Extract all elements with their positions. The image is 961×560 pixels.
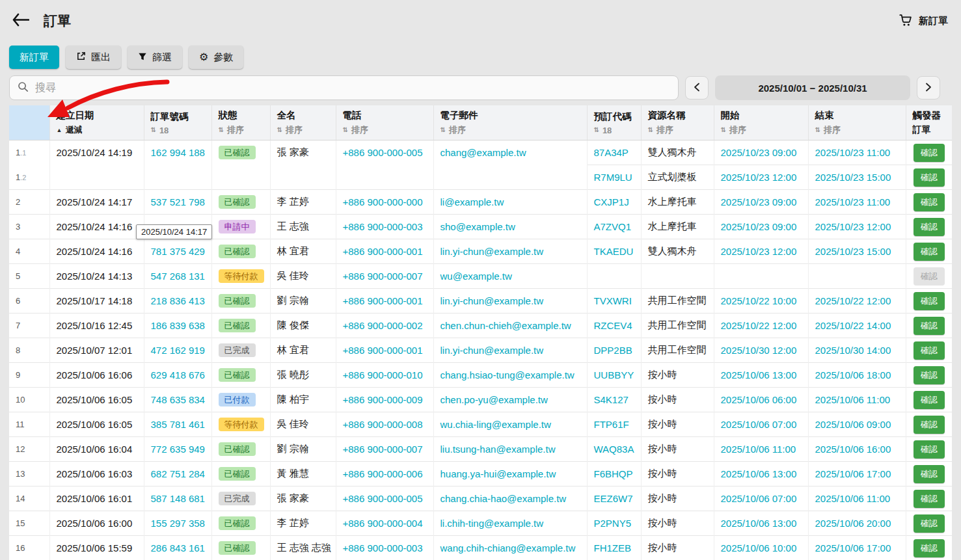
email-link[interactable]: liu.tsung-han@example.tw: [440, 444, 556, 455]
booking-code-link[interactable]: S4K127: [594, 394, 629, 405]
column-sort-control[interactable]: ⇅ 排序: [815, 124, 899, 136]
back-button[interactable]: [12, 13, 29, 29]
email-link[interactable]: li.chih-ting@example.tw: [440, 518, 544, 529]
table-row[interactable]: 4 2025/10/24 14:16 781 375 429 已確認 林 宜君 …: [9, 239, 952, 264]
order-number-link[interactable]: 748 635 834: [151, 394, 205, 405]
confirm-button[interactable]: 確認: [914, 366, 945, 384]
confirm-button[interactable]: 確認: [914, 416, 945, 434]
table-row[interactable]: 9 2025/10/06 16:06 629 418 676 已確認 張 曉彤 …: [9, 363, 952, 388]
booking-code-link[interactable]: FTP61F: [594, 419, 629, 430]
start-time-link[interactable]: 2025/10/22 12:00: [721, 320, 797, 331]
phone-link[interactable]: +886 900-000-007: [343, 271, 423, 282]
phone-link[interactable]: +886 900-000-001: [343, 345, 423, 356]
email-link[interactable]: chen.po-yu@example.tw: [440, 394, 548, 405]
booking-code-link[interactable]: EEZ6W7: [594, 493, 633, 504]
order-number-link[interactable]: 547 268 131: [151, 271, 205, 282]
column-sort-control[interactable]: ⇅ 排序: [721, 124, 802, 136]
end-time-link[interactable]: 2025/10/23 15:00: [815, 172, 891, 183]
order-number-link[interactable]: 537 521 798: [151, 196, 205, 207]
end-time-link[interactable]: 2025/10/06 17:00: [815, 542, 891, 553]
end-time-link[interactable]: 2025/10/06 09:00: [815, 419, 891, 430]
booking-code-link[interactable]: F6BHQP: [594, 468, 633, 479]
phone-link[interactable]: +886 900-000-003: [343, 542, 423, 553]
start-time-link[interactable]: 2025/10/06 11:00: [721, 444, 796, 455]
end-time-link[interactable]: 2025/10/22 12:00: [815, 295, 891, 306]
order-number-link[interactable]: 472 162 919: [151, 345, 205, 356]
confirm-button[interactable]: 確認: [914, 317, 945, 335]
column-sort-control[interactable]: ⇅ 18: [594, 126, 634, 135]
confirm-button[interactable]: 確認: [914, 218, 945, 236]
topbar-new-order[interactable]: 新訂單: [899, 13, 948, 29]
confirm-button[interactable]: 確認: [914, 243, 945, 261]
table-row[interactable]: 14 2025/10/06 16:01 587 148 681 已完成 張 家豪…: [9, 487, 952, 511]
start-time-link[interactable]: 2025/10/23 09:00: [721, 147, 797, 158]
confirm-button[interactable]: 確認: [914, 168, 945, 187]
start-time-link[interactable]: 2025/10/22 10:00: [721, 295, 797, 306]
column-header[interactable]: 訂單號碼 ⇅ 18: [144, 105, 211, 140]
email-link[interactable]: chang.hsiao-tung@example.tw: [440, 369, 575, 380]
table-row[interactable]: 8 2025/10/07 12:01 472 162 919 已完成 林 宜君 …: [9, 338, 952, 363]
start-time-link[interactable]: 2025/10/06 13:00: [721, 369, 797, 380]
confirm-button[interactable]: 確認: [914, 391, 945, 409]
table-row[interactable]: 1.2 R7M9LU 立式划槳板 2025/10/23 12:00 2025/1…: [9, 165, 952, 190]
table-row[interactable]: 7 2025/10/16 12:45 186 839 638 已確認 陳 俊傑 …: [9, 313, 952, 338]
start-time-link[interactable]: 2025/10/23 09:00: [721, 196, 797, 207]
end-time-link[interactable]: 2025/10/06 18:00: [815, 369, 891, 380]
table-row[interactable]: 13 2025/10/06 16:03 682 751 284 已確認 黃 雅慧…: [9, 462, 952, 487]
order-number-link[interactable]: 682 751 284: [151, 468, 205, 479]
confirm-button[interactable]: 確認: [914, 490, 945, 508]
start-time-link[interactable]: 2025/10/23 12:00: [721, 172, 797, 183]
table-row[interactable]: 15 2025/10/06 16:00 155 297 358 已確認 李 芷婷…: [9, 511, 952, 536]
order-number-link[interactable]: 629 418 676: [151, 369, 205, 380]
email-link[interactable]: lin.yi-chun@example.tw: [440, 246, 544, 257]
phone-link[interactable]: +886 900-000-008: [343, 419, 423, 430]
booking-code-link[interactable]: 87A34P: [594, 147, 629, 158]
column-header[interactable]: 結束 ⇅ 排序: [808, 105, 906, 140]
email-link[interactable]: chen.chun-chieh@example.tw: [440, 320, 571, 331]
confirm-button[interactable]: 確認: [914, 539, 945, 557]
email-link[interactable]: lin.yi-chun@example.tw: [440, 295, 544, 306]
column-header[interactable]: [9, 105, 49, 140]
email-link[interactable]: li@example.tw: [440, 196, 504, 207]
phone-link[interactable]: +886 900-000-005: [343, 147, 423, 158]
column-sort-control[interactable]: ⇅ 18: [151, 126, 205, 135]
phone-link[interactable]: +886 900-000-007: [343, 444, 423, 455]
column-header[interactable]: 資源名稱 ⇅ 排序: [641, 105, 714, 140]
end-time-link[interactable]: 2025/10/06 11:00: [815, 394, 891, 405]
params-button[interactable]: ⚙ 參數: [189, 46, 243, 69]
start-time-link[interactable]: 2025/10/23 09:00: [721, 221, 797, 232]
booking-code-link[interactable]: UUBBYY: [594, 369, 634, 380]
email-link[interactable]: wu.chia-ling@example.tw: [440, 419, 551, 430]
prev-period-button[interactable]: [685, 76, 709, 100]
end-time-link[interactable]: 2025/10/23 11:00: [815, 147, 891, 158]
column-header[interactable]: 建立日期 ▲ 遞減: [49, 105, 144, 140]
confirm-button[interactable]: 確認: [914, 193, 945, 211]
start-time-link[interactable]: 2025/10/06 13:00: [721, 518, 797, 529]
end-time-link[interactable]: 2025/10/06 16:00: [815, 444, 891, 455]
order-number-link[interactable]: 772 635 949: [151, 444, 205, 455]
booking-code-link[interactable]: CXJP1J: [594, 196, 629, 207]
booking-code-link[interactable]: P2PNY5: [594, 518, 632, 529]
column-header[interactable]: 全名 ⇅ 排序: [270, 105, 336, 140]
order-number-link[interactable]: 385 781 461: [151, 419, 205, 430]
table-row[interactable]: 5 2025/10/24 14:13 547 268 131 等待付款 吳 佳玲…: [9, 264, 952, 289]
column-header[interactable]: 電話 ⇅ 排序: [336, 105, 433, 140]
start-time-link[interactable]: 2025/10/06 07:00: [721, 419, 797, 430]
booking-code-link[interactable]: WAQ83A: [594, 444, 634, 455]
date-range-display[interactable]: 2025/10/01 − 2025/10/31: [715, 75, 910, 100]
table-row[interactable]: 10 2025/10/06 16:05 748 635 834 已付款 陳 柏宇…: [9, 388, 952, 412]
end-time-link[interactable]: 2025/10/23 11:00: [815, 196, 891, 207]
end-time-link[interactable]: 2025/10/06 17:00: [815, 468, 891, 479]
booking-code-link[interactable]: TKAEDU: [594, 246, 634, 257]
order-number-link[interactable]: 218 836 413: [151, 295, 205, 306]
phone-link[interactable]: +886 900-000-000: [343, 196, 423, 207]
column-header[interactable]: 電子郵件 ⇅ 排序: [433, 105, 587, 140]
column-sort-control[interactable]: ▲ 遞減: [57, 124, 137, 136]
column-header[interactable]: 狀態 ⇅ 排序: [211, 105, 270, 140]
email-link[interactable]: wu@example.tw: [440, 271, 512, 282]
phone-link[interactable]: +886 900-000-009: [343, 394, 423, 405]
next-period-button[interactable]: [917, 76, 940, 100]
order-number-link[interactable]: 587 148 681: [151, 493, 205, 504]
order-number-link[interactable]: 781 375 429: [151, 246, 205, 257]
column-sort-control[interactable]: ⇅ 排序: [219, 124, 264, 136]
